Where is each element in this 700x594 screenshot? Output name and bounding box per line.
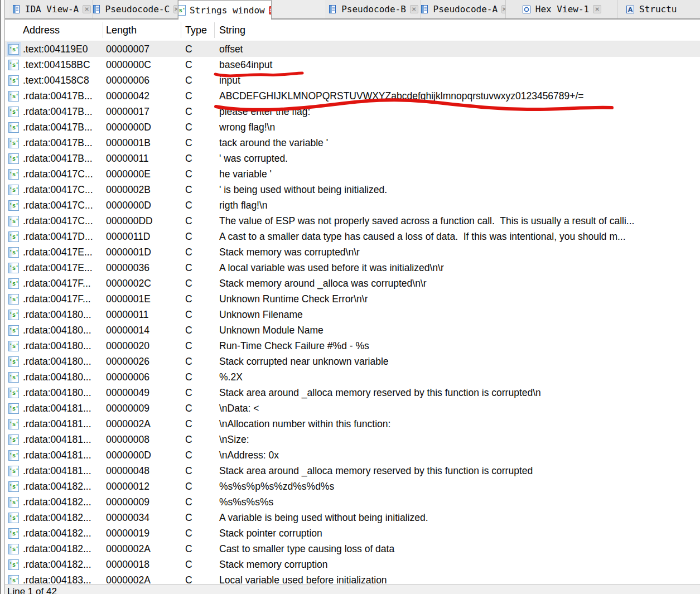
cell-length[interactable]: 0000002B — [103, 184, 181, 196]
cell-address[interactable]: .rdata:004181... — [5, 448, 103, 462]
cell-type[interactable]: C — [181, 543, 215, 555]
cell-type[interactable]: C — [181, 559, 215, 571]
table-row[interactable]: .rdata:004182... 00000018 C Stack memory… — [5, 557, 700, 572]
window-splitter[interactable] — [0, 0, 5, 594]
cell-address[interactable]: .rdata:004180... — [5, 370, 103, 384]
table-row[interactable]: .rdata:00417C... 0000000D C rigth flag!\… — [5, 197, 700, 213]
cell-type[interactable]: C — [181, 325, 215, 336]
cell-address[interactable]: .rdata:00417B... — [5, 151, 103, 166]
cell-type[interactable]: C — [181, 528, 215, 539]
table-row[interactable]: .rdata:004180... 00000026 C Stack corrup… — [5, 354, 700, 369]
table-row[interactable]: .rdata:004182... 00000034 C A variable i… — [5, 510, 700, 525]
cell-address[interactable]: .rdata:00417E... — [5, 260, 103, 275]
cell-string[interactable]: he variable ' — [215, 168, 700, 180]
cell-length[interactable]: 00000042 — [103, 90, 181, 102]
cell-length[interactable]: 0000001D — [103, 247, 181, 258]
tab-pseudocode-b[interactable]: Pseudocode-B ✕ — [325, 0, 421, 18]
cell-address[interactable]: .rdata:00417F... — [5, 292, 103, 306]
cell-address[interactable]: .rdata:00417B... — [5, 104, 103, 119]
cell-type[interactable]: C — [181, 168, 215, 180]
cell-type[interactable]: C — [181, 247, 215, 258]
cell-type[interactable]: C — [181, 200, 215, 211]
column-header-string[interactable]: String — [215, 22, 700, 38]
cell-string[interactable]: \nAllocation number within this function… — [215, 418, 700, 430]
cell-address[interactable]: .rdata:004181... — [5, 401, 103, 416]
cell-length[interactable]: 00000018 — [103, 559, 181, 571]
cell-type[interactable]: C — [181, 512, 215, 524]
cell-string[interactable]: input — [215, 75, 700, 86]
cell-type[interactable]: C — [181, 75, 215, 86]
cell-type[interactable]: C — [181, 184, 215, 196]
table-row[interactable]: .rdata:00417F... 0000002C C Stack memory… — [5, 276, 700, 291]
table-row[interactable]: .rdata:00417B... 00000017 C please enter… — [5, 104, 700, 119]
table-row[interactable]: .rdata:00417B... 0000001B C tack around … — [5, 135, 700, 151]
table-row[interactable]: .rdata:004182... 00000009 C %s%s%s%s — [5, 494, 700, 510]
cell-address[interactable]: .rdata:004180... — [5, 339, 103, 353]
cell-type[interactable]: C — [181, 434, 215, 446]
cell-string[interactable]: Stack memory corruption — [215, 559, 700, 571]
table-row[interactable]: .rdata:00417E... 0000001D C Stack memory… — [5, 244, 700, 260]
table-row[interactable]: .rdata:00417B... 0000000D C wrong flag!\… — [5, 119, 700, 135]
cell-string[interactable]: tack around the variable ' — [215, 137, 700, 149]
cell-length[interactable]: 00000020 — [103, 340, 181, 352]
cell-string[interactable]: offset — [215, 44, 700, 55]
cell-address[interactable]: .rdata:00417D... — [5, 229, 103, 244]
cell-address[interactable]: .rdata:004182... — [5, 557, 103, 572]
cell-address[interactable]: .rdata:00417C... — [5, 182, 103, 197]
tab-strings-window[interactable]: Strings window ✕ — [178, 0, 272, 20]
cell-type[interactable]: C — [181, 59, 215, 71]
table-row[interactable]: .rdata:004180... 00000014 C Unknown Modu… — [5, 322, 700, 338]
cell-length[interactable]: 0000001E — [103, 293, 181, 305]
cell-string[interactable]: %s%s%s%s — [215, 496, 700, 508]
cell-type[interactable]: C — [181, 309, 215, 321]
cell-length[interactable]: 0000000E — [103, 168, 181, 180]
cell-address[interactable]: .rdata:00417B... — [5, 120, 103, 134]
column-header-type[interactable]: Type — [181, 22, 215, 38]
cell-length[interactable]: 0000000D — [103, 450, 181, 461]
cell-address[interactable]: .rdata:004180... — [5, 354, 103, 369]
table-row[interactable]: .rdata:00417F... 0000001E C Unknown Runt… — [5, 291, 700, 307]
table-row[interactable]: .rdata:004182... 00000012 C %s%s%p%s%zd%… — [5, 479, 700, 494]
cell-length[interactable]: 00000049 — [103, 387, 181, 399]
close-icon[interactable]: ✕ — [269, 6, 272, 15]
cell-type[interactable]: C — [181, 496, 215, 508]
cell-length[interactable]: 00000011 — [103, 309, 181, 321]
table-row[interactable]: .rdata:004182... 00000019 C Stack pointe… — [5, 525, 700, 541]
cell-length[interactable]: 0000001B — [103, 137, 181, 149]
cell-length[interactable]: 0000002C — [103, 278, 181, 289]
cell-string[interactable]: Stack memory around _alloca was corrupte… — [215, 278, 700, 289]
cell-length[interactable]: 0000000C — [103, 59, 181, 71]
table-row[interactable]: .rdata:004181... 00000008 C \nSize: — [5, 432, 700, 447]
column-header-address[interactable]: Address — [5, 22, 103, 38]
cell-type[interactable]: C — [181, 137, 215, 149]
close-icon[interactable]: ✕ — [410, 5, 418, 13]
tab-structures[interactable]: A Structu — [617, 0, 700, 18]
cell-address[interactable]: .rdata:004182... — [5, 526, 103, 540]
cell-address[interactable]: .rdata:004181... — [5, 463, 103, 478]
cell-string[interactable]: \nAddress: 0x — [215, 450, 700, 461]
cell-length[interactable]: 00000026 — [103, 356, 181, 368]
cell-string[interactable]: Unknown Runtime Check Error\n\r — [215, 293, 700, 305]
cell-type[interactable]: C — [181, 293, 215, 305]
cell-length[interactable]: 00000008 — [103, 434, 181, 446]
cell-length[interactable]: 0000002A — [103, 543, 181, 555]
table-row[interactable]: .rdata:00417C... 000000DD C The value of… — [5, 213, 700, 229]
table-row[interactable]: .rdata:00417B... 00000011 C ' was corrup… — [5, 151, 700, 166]
column-header-length[interactable]: Length — [103, 22, 181, 38]
cell-type[interactable]: C — [181, 481, 215, 492]
table-row[interactable]: .rdata:00417E... 00000036 C A local vari… — [5, 260, 700, 276]
table-row[interactable]: .rdata:00417D... 0000011D C A cast to a … — [5, 229, 700, 244]
cell-string[interactable]: Stack pointer corruption — [215, 528, 700, 539]
cell-string[interactable]: A cast to a smaller data type has caused… — [215, 231, 700, 243]
cell-string[interactable]: ' was corrupted. — [215, 153, 700, 165]
cell-length[interactable]: 00000014 — [103, 325, 181, 336]
cell-string[interactable]: Stack memory was corrupted\n\r — [215, 247, 700, 258]
table-row[interactable]: .rdata:004181... 0000002A C \nAllocation… — [5, 416, 700, 432]
cell-string[interactable]: %s%s%p%s%zd%s%d%s — [215, 481, 700, 492]
cell-string[interactable]: Run-Time Check Failure #%d - %s — [215, 340, 700, 352]
cell-type[interactable]: C — [181, 215, 215, 227]
cell-string[interactable]: base64input — [215, 59, 700, 71]
cell-address[interactable]: .text:004158C8 — [5, 73, 103, 88]
cell-length[interactable]: 00000012 — [103, 481, 181, 492]
cell-string[interactable]: ' is being used without being initialize… — [215, 184, 700, 196]
